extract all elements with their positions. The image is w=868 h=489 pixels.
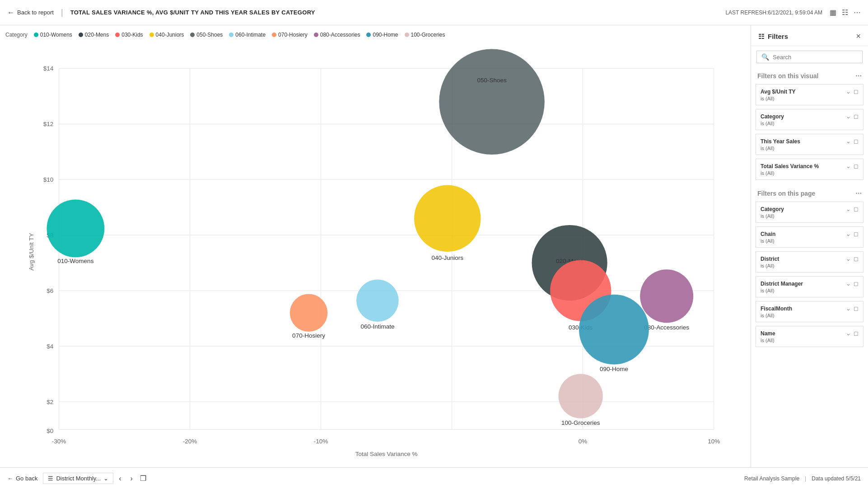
filter-clear-icon[interactable]: ◻ (854, 138, 859, 145)
bubble-home[interactable] (579, 295, 649, 365)
filter-category-visual[interactable]: Category ⌄ ◻ is (All) (756, 109, 863, 130)
filter-chevron-icon[interactable]: ⌄ (846, 255, 851, 262)
filter-name-header: Name ⌄ ◻ (761, 330, 859, 337)
filter-avg-unit[interactable]: Avg $/Unit TY ⌄ ◻ is (All) (756, 84, 863, 105)
filter-clear-icon[interactable]: ◻ (854, 305, 859, 312)
filter-category-page-icons: ⌄ ◻ (846, 206, 859, 212)
filter-this-year-sales[interactable]: This Year Sales ⌄ ◻ is (All) (756, 134, 863, 155)
svg-text:Total Sales Variance %: Total Sales Variance % (355, 451, 418, 457)
chart-area: Category 010-Womens 020-Mens 030-Kids 04… (0, 25, 751, 467)
filters-on-visual-header: Filters on this visual ⋯ (751, 68, 868, 82)
filter-chevron-icon[interactable]: ⌄ (846, 163, 851, 169)
expand-icon[interactable]: ❒ (140, 474, 146, 483)
filter-search-input[interactable] (773, 54, 858, 61)
filter-total-sales-variance-header: Total Sales Variance % ⌄ ◻ (761, 163, 859, 169)
top-bar-left: ← Back to report | TOTAL SALES VARIANCE … (7, 8, 315, 17)
bubble-juniors[interactable] (414, 185, 481, 252)
label-home: 090-Home (600, 366, 628, 372)
filter-this-year-sales-icons: ⌄ ◻ (846, 138, 859, 145)
bubble-intimate[interactable] (356, 279, 398, 321)
filter-clear-icon[interactable]: ◻ (854, 280, 859, 287)
filter-name-sub: is (All) (761, 338, 859, 343)
back-arrow-icon: ← (7, 9, 14, 17)
filters-on-page-header: Filters on this page ⋯ (751, 185, 868, 200)
bubble-shoes[interactable] (439, 49, 545, 155)
top-bar: ← Back to report | TOTAL SALES VARIANCE … (0, 0, 868, 25)
filter-category-page-header: Category ⌄ ◻ (761, 206, 859, 212)
filter-clear-icon[interactable]: ◻ (854, 330, 859, 337)
svg-text:0%: 0% (579, 438, 588, 445)
filter-clear-icon[interactable]: ◻ (854, 255, 859, 262)
filter-name[interactable]: Name ⌄ ◻ is (All) (756, 326, 863, 347)
legend-category-label: Category (5, 32, 28, 38)
filter-chevron-icon[interactable]: ⌄ (846, 88, 851, 95)
more-options-icon[interactable]: ⋯ (854, 8, 861, 17)
bubble-womens[interactable] (47, 199, 104, 257)
svg-text:$14: $14 (43, 65, 54, 72)
bubble-accessories[interactable] (640, 269, 693, 323)
filter-fiscal-month[interactable]: FiscalMonth ⌄ ◻ is (All) (756, 301, 863, 322)
legend-label-hosiery: 070-Hosiery (278, 32, 308, 38)
filter-clear-icon[interactable]: ◻ (854, 206, 859, 212)
filter-district-manager-name: District Manager (761, 281, 803, 287)
filter-chevron-icon[interactable]: ⌄ (846, 305, 851, 312)
filter-avg-unit-name: Avg $/Unit TY (761, 89, 796, 95)
filter-icon[interactable]: ☷ (842, 8, 848, 17)
filter-this-year-sales-name: This Year Sales (761, 138, 800, 145)
go-back-label: Go back (16, 475, 37, 482)
filter-clear-icon[interactable]: ◻ (854, 163, 859, 169)
go-back-button[interactable]: ← Go back (7, 475, 37, 482)
filters-title-label: Filters (768, 33, 788, 40)
filters-on-page-more[interactable]: ⋯ (855, 190, 862, 197)
filter-chevron-icon[interactable]: ⌄ (846, 206, 851, 212)
legend-item-kids: 030-Kids (115, 32, 143, 38)
filter-chain[interactable]: Chain ⌄ ◻ is (All) (756, 226, 863, 248)
filter-avg-unit-header: Avg $/Unit TY ⌄ ◻ (761, 88, 859, 95)
filter-chevron-icon[interactable]: ⌄ (846, 330, 851, 337)
filter-district[interactable]: District ⌄ ◻ is (All) (756, 251, 863, 273)
back-to-report-button[interactable]: ← Back to report (7, 9, 54, 17)
filter-this-year-sales-header: This Year Sales ⌄ ◻ (761, 138, 859, 145)
legend-dot-womens (34, 33, 38, 37)
label-accessories: 080-Accessories (644, 324, 689, 331)
filter-category-visual-sub: is (All) (761, 121, 859, 126)
svg-text:$4: $4 (47, 343, 54, 350)
filter-clear-icon[interactable]: ◻ (854, 230, 859, 237)
filters-on-visual-more[interactable]: ⋯ (855, 72, 862, 80)
filter-clear-icon[interactable]: ◻ (854, 88, 859, 95)
filter-panel-icon: ☷ (758, 33, 764, 41)
label-hosiery: 070-Hosiery (292, 332, 325, 339)
filter-category-page-name: Category (761, 206, 784, 212)
copy-icon[interactable]: ▦ (830, 8, 836, 17)
filters-on-visual-label: Filters on this visual (757, 72, 818, 80)
next-page-button[interactable]: › (126, 473, 136, 484)
report-name-label: Retail Analysis Sample (744, 475, 799, 482)
filter-chevron-icon[interactable]: ⌄ (846, 230, 851, 237)
filter-clear-icon[interactable]: ◻ (854, 113, 859, 120)
filter-chevron-icon[interactable]: ⌄ (846, 113, 851, 120)
data-updated-label: Data updated 5/5/21 (812, 475, 861, 482)
bubble-groceries[interactable] (559, 374, 603, 418)
top-bar-right: LAST REFRESH:6/12/2021, 9:59:04 AM ▦ ☷ ⋯ (725, 8, 861, 17)
svg-text:-30%: -30% (52, 438, 66, 445)
close-filters-icon[interactable]: × (856, 32, 861, 41)
filter-avg-unit-sub: is (All) (761, 96, 859, 101)
legend-label-kids: 030-Kids (121, 32, 143, 38)
filters-on-page-label: Filters on this page (757, 190, 815, 197)
prev-page-button[interactable]: ‹ (115, 473, 125, 484)
chart-title: TOTAL SALES VARIANCE %, AVG $/UNIT TY AN… (70, 9, 315, 16)
filter-chevron-icon[interactable]: ⌄ (846, 280, 851, 287)
bubble-hosiery[interactable] (290, 294, 328, 332)
filter-total-sales-variance[interactable]: Total Sales Variance % ⌄ ◻ is (All) (756, 159, 863, 180)
filter-chevron-icon[interactable]: ⌄ (846, 138, 851, 145)
page-name-button[interactable]: ☰ District Monthly... ⌄ (43, 473, 113, 484)
svg-text:Avg $/Unit TY: Avg $/Unit TY (28, 233, 35, 271)
filter-category-page[interactable]: Category ⌄ ◻ is (All) (756, 202, 863, 223)
svg-text:$6: $6 (47, 287, 53, 294)
filter-fiscal-month-sub: is (All) (761, 313, 859, 318)
filter-search-box[interactable]: 🔍 (756, 51, 863, 63)
filter-district-manager[interactable]: District Manager ⌄ ◻ is (All) (756, 276, 863, 297)
filter-district-manager-sub: is (All) (761, 288, 859, 293)
filter-total-sales-variance-icons: ⌄ ◻ (846, 163, 859, 169)
legend-item-mens: 020-Mens (79, 32, 109, 38)
